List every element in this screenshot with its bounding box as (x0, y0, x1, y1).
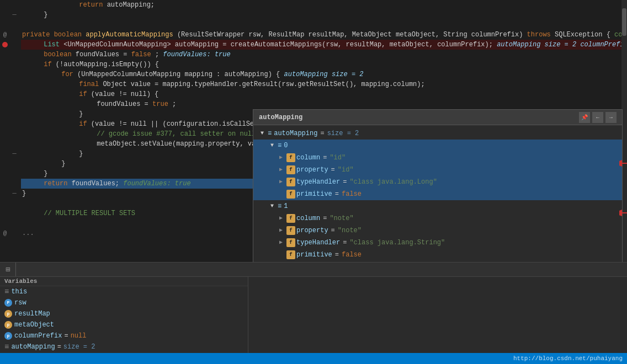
markers-gutter: @ @ (0, 0, 10, 262)
tree-field-icon-5: f (286, 214, 295, 223)
status-url: http://blog.csdn.net/puhaiyang (513, 355, 623, 362)
tree-item-0[interactable]: ▼ ≡ 0 (253, 140, 622, 152)
marker-20 (0, 199, 10, 208)
var-name-resultmap: resultMap (14, 308, 50, 319)
tree-item-0-column[interactable]: ▶ f column = "id" (253, 152, 622, 164)
tree-0-col-label: column (296, 152, 320, 164)
popup-title: autoMapping (259, 114, 302, 121)
code-line-2: } (21, 10, 627, 20)
marker-7 (0, 69, 10, 79)
tree-item-1-icon: ≡ (278, 200, 281, 212)
tree-item-0-typehandler[interactable]: ▶ f typeHandler = "class java.lang.Long" (253, 176, 622, 188)
code-line-7: if (!autoMapping.isEmpty()) { (21, 60, 627, 69)
tree-field-icon: f (286, 153, 295, 162)
marker-at-2: @ (0, 228, 10, 238)
tree-root-label: autoMapping (274, 127, 317, 140)
var-item-columnprefix[interactable]: p columnPrefix = null (0, 330, 248, 341)
var-icon-rsw: P (4, 299, 12, 307)
collapse-btn-1[interactable]: — (10, 10, 19, 20)
tree-field-icon-3: f (286, 178, 295, 186)
var-name-metaobject: metaObject (14, 319, 54, 330)
var-item-metaobject[interactable]: p metaObject (0, 319, 248, 330)
tree-toggle-1-th[interactable]: ▶ (277, 238, 285, 247)
marker-10 (0, 99, 10, 109)
marker-9 (0, 89, 10, 99)
var-val-automapping: size = 2 (63, 341, 95, 352)
var-icon-columnprefix: p (4, 332, 12, 340)
forward-button[interactable]: → (605, 112, 617, 123)
marker-1 (0, 0, 10, 10)
editor-area: @ @ — (0, 0, 627, 262)
code-line-8: for (UnMappedColumnAutoMapping mapping :… (21, 69, 627, 79)
marker-17 (0, 169, 10, 179)
tree-1-th-value: "class java.lang.String" (349, 237, 445, 249)
code-line-3 (21, 20, 627, 30)
var-item-rsw[interactable]: P rsw (0, 297, 248, 308)
tree-field-icon-7: f (286, 238, 295, 247)
code-line-1: return autoMapping; (21, 0, 627, 10)
tree-item-1-property[interactable]: ▶ f property = "note" (253, 224, 622, 237)
var-icon-resultmap: p (4, 310, 12, 318)
status-bar: http://blog.csdn.net/puhaiyang (0, 353, 627, 364)
tree-0-prim-label: primitive (296, 188, 332, 200)
code-line-5: List <UnMappedColumnAutoMapping> autoMap… (21, 40, 627, 50)
collapse-btn-3[interactable]: — (10, 189, 19, 199)
pin-button[interactable]: 📌 (579, 112, 590, 123)
var-name-rsw: rsw (14, 297, 26, 308)
tree-0-col-value: "id" (330, 152, 346, 164)
tree-toggle-0-prop[interactable]: ▶ (277, 165, 285, 174)
marker-3 (0, 20, 10, 30)
collapse-gutter: — — — (10, 0, 19, 262)
tree-item-1[interactable]: ▼ ≡ 1 (253, 200, 622, 212)
tree-item-1-column[interactable]: ▶ f column = "note" (253, 212, 622, 224)
code-line-4: private boolean applyAutomaticMappings (… (21, 30, 627, 40)
variables-panel: Variables ≡ this P rsw p resultMap (0, 277, 248, 353)
tree-toggle-root[interactable]: ▼ (258, 129, 267, 138)
tree-item-0-property[interactable]: ▶ f property = "id" (253, 164, 622, 176)
popup-content: ▼ ≡ autoMapping = size = 2 ▼ ≡ 0 ▶ (253, 125, 622, 262)
tree-toggle-1[interactable]: ▼ (268, 202, 277, 211)
tree-item-1-primitive[interactable]: ▶ f primitive = false (253, 249, 622, 261)
tree-toggle-0[interactable]: ▼ (268, 141, 277, 150)
collapse-btn-2[interactable]: — (10, 149, 19, 159)
tree-item-0-icon: ≡ (278, 140, 281, 152)
marker-5 (0, 50, 10, 60)
tree-1-prop-value: "note" (338, 224, 362, 237)
back-button[interactable]: ← (592, 112, 603, 123)
marker-22 (0, 218, 10, 228)
tree-root-value: size = 2 (327, 127, 359, 140)
marker-12 (0, 119, 10, 129)
tree-item-1-label: 1 (284, 200, 288, 212)
tree-item-0-primitive[interactable]: ▶ f primitive = false (253, 188, 622, 200)
tree-1-col-value: "note" (330, 212, 353, 224)
panel-tab-icon: ⊞ (0, 263, 16, 276)
var-item-this[interactable]: ≡ this (0, 286, 248, 297)
tree-item-1-typehandler[interactable]: ▶ f typeHandler = "class java.lang.Strin… (253, 237, 622, 249)
code-line-10: if (value != null) { (21, 89, 627, 99)
marker-15 (0, 149, 10, 159)
scroll-thumb[interactable] (622, 8, 626, 36)
marker-13 (0, 129, 10, 139)
red-arrow-1 (619, 157, 627, 172)
marker-16 (0, 159, 10, 169)
tree-0-th-label: typeHandler (296, 176, 340, 188)
marker-6 (0, 60, 10, 69)
marker-at-1: @ (0, 30, 10, 40)
tree-toggle-0-th[interactable]: ▶ (277, 178, 285, 186)
tree-1-prim-value: false (342, 249, 362, 261)
tree-0-prop-value: "id" (338, 164, 354, 176)
var-item-automapping[interactable]: ≡ autoMapping = size = 2 (0, 341, 248, 352)
main-container: @ @ — (0, 0, 627, 364)
tree-toggle-1-col[interactable]: ▶ (277, 214, 285, 223)
tree-toggle-1-prop[interactable]: ▶ (277, 226, 285, 235)
tree-root[interactable]: ▼ ≡ autoMapping = size = 2 (253, 127, 622, 140)
popup-titlebar: autoMapping 📌 ← → (253, 110, 622, 125)
var-name-this: this (11, 286, 27, 297)
marker-18 (0, 179, 10, 189)
var-item-resultmap[interactable]: p resultMap (0, 308, 248, 319)
tree-toggle-0-col[interactable]: ▶ (277, 153, 285, 162)
marker-14 (0, 139, 10, 149)
tree-root-icon: ≡ (268, 127, 272, 140)
code-line-9: final Object value = mapping.typeHandler… (21, 79, 627, 89)
watch-panel (248, 277, 627, 353)
